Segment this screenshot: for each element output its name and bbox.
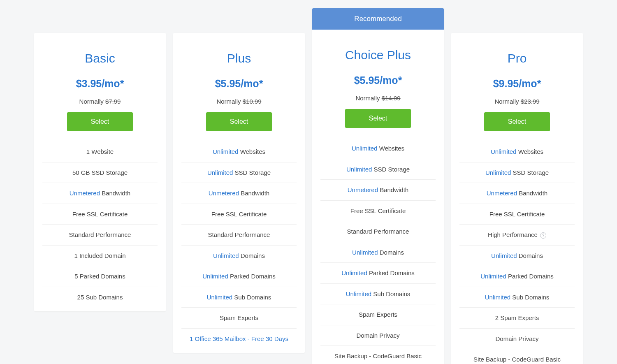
plan-header: Pro$9.95/mo*Normally $23.99Select [451,33,583,141]
feature-row: Domain Privacy [320,325,436,346]
plan-normal-price: Normally $23.99 [459,98,575,105]
feature-row: Free SSL Certificate [320,201,436,222]
feature-text: Websites [238,148,265,155]
feature-row: Unlimited Domains [459,246,575,267]
feature-text: Domains [239,252,265,259]
plan-name: Plus [181,51,297,65]
feature-row: Free SSL Certificate [181,204,297,225]
select-button[interactable]: Select [206,112,272,131]
feature-highlight: Unlimited [207,169,233,176]
feature-row: 1 Office 365 Mailbox - Free 30 Days [181,329,297,349]
feature-highlight: Unlimited [346,166,372,173]
feature-text: Free SSL Certificate [72,211,128,218]
feature-highlight: Unlimited [213,148,239,155]
normally-prefix: Normally [494,98,520,105]
feature-row: Unlimited Websites [320,138,436,159]
feature-text: Bandwidth [239,190,269,197]
feature-row: Unlimited Parked Domains [459,266,575,287]
feature-highlight: Unmetered [487,190,517,197]
feature-row: 50 GB SSD Storage [42,162,158,183]
normally-prefix: Normally [355,95,381,102]
normally-strike-price: $10.99 [243,98,262,105]
feature-text: Sub Domains [510,294,549,301]
normally-strike-price: $14.99 [382,95,401,102]
feature-row: Unlimited Parked Domains [181,266,297,287]
select-button[interactable]: Select [345,109,411,128]
plan-price: $3.95/mo* [42,78,158,90]
feature-row: Unlimited Sub Domains [320,284,436,305]
plan-name: Basic [42,51,158,65]
feature-row: Unlimited Websites [459,141,575,162]
feature-text: Bandwidth [378,186,408,193]
info-icon[interactable]: ? [540,232,546,239]
feature-row: 1 Included Domain [42,246,158,267]
feature-row: Unmetered Bandwidth [459,183,575,204]
feature-text: Parked Domains [367,269,415,276]
feature-highlight: Unlimited [352,145,378,152]
normally-strike-price: $23.99 [521,98,540,105]
feature-highlight: Unlimited [352,249,378,256]
feature-text: Standard Performance [208,231,270,238]
feature-text: 1 Included Domain [74,252,125,259]
feature-text: Bandwidth [100,190,130,197]
feature-text: Site Backup - CodeGuard Basic [473,356,561,363]
select-button[interactable]: Select [67,112,133,131]
feature-row: Standard Performance [181,225,297,246]
feature-row: Standard Performance [42,225,158,246]
feature-row: 1 Website [42,141,158,162]
feature-row: 5 Parked Domains [42,266,158,287]
feature-highlight: Unmetered [209,190,239,197]
normally-prefix: Normally [216,98,242,105]
feature-row: Unlimited Websites [181,141,297,162]
feature-text: Spam Experts [359,311,397,318]
feature-list: Unlimited WebsitesUnlimited SSD StorageU… [312,138,444,364]
plan-normal-price: Normally $7.99 [42,98,158,105]
feature-highlight: Unlimited [207,294,233,301]
feature-text: Sub Domains [232,294,271,301]
feature-text: Sub Domains [371,290,410,297]
feature-text: Websites [516,148,543,155]
feature-row: Free SSL Certificate [42,204,158,225]
feature-text: Bandwidth [517,190,547,197]
feature-row: Unlimited Domains [181,246,297,267]
feature-text: Domains [517,252,543,259]
feature-row: Spam Experts [320,304,436,325]
feature-row: Standard Performance [320,221,436,242]
feature-list: Unlimited WebsitesUnlimited SSD StorageU… [173,141,305,353]
plan-price: $5.95/mo* [320,74,436,86]
feature-highlight: Unmetered [70,190,100,197]
feature-text: High Performance [488,231,538,238]
feature-text: 1 Website [86,148,114,155]
feature-row: Site Backup - CodeGuard Basic [320,346,436,364]
feature-text: 25 Sub Domains [77,294,123,301]
normally-strike-price: $7.99 [105,98,121,105]
feature-text: Free SSL Certificate [211,211,267,218]
feature-row: Unmetered Bandwidth [42,183,158,204]
select-button[interactable]: Select [484,112,550,131]
feature-highlight: Unmetered [348,186,378,193]
feature-row: Unlimited SSD Storage [459,162,575,183]
feature-row: High Performance? [459,225,575,246]
feature-highlight: Unlimited [341,269,367,276]
feature-text: Domains [378,249,404,256]
plan-price: $5.95/mo* [181,78,297,90]
feature-row: Unlimited SSD Storage [181,162,297,183]
plan-name: Pro [459,51,575,65]
feature-row: Unmetered Bandwidth [181,183,297,204]
plan-card-plus: Plus$5.95/mo*Normally $10.99SelectUnlimi… [173,33,305,353]
plan-normal-price: Normally $14.99 [320,95,436,102]
feature-highlight: Unlimited [491,148,517,155]
feature-highlight: Unlimited [485,169,511,176]
feature-highlight: Unlimited [202,273,228,280]
plan-normal-price: Normally $10.99 [181,98,297,105]
feature-text: Spam Experts [220,314,258,321]
feature-text: 5 Parked Domains [74,273,125,280]
feature-text: 2 Spam Experts [495,314,539,321]
feature-text: Parked Domains [228,273,276,280]
feature-text: Standard Performance [69,231,131,238]
feature-row: Unlimited Parked Domains [320,263,436,284]
feature-text: Site Backup - CodeGuard Basic [334,352,422,359]
feature-highlight: Unlimited [480,273,506,280]
feature-row: Unlimited SSD Storage [320,159,436,180]
feature-row: 2 Spam Experts [459,308,575,329]
